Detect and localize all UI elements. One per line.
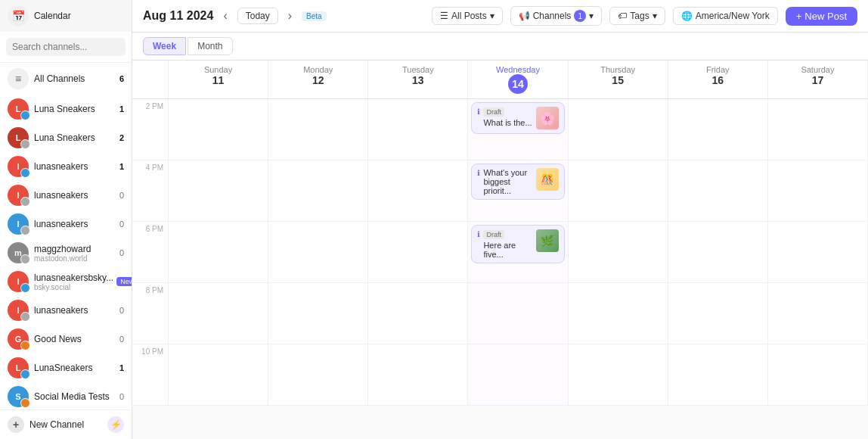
day-cell-monday[interactable]: [268, 222, 368, 282]
avatar: l: [8, 156, 29, 177]
day-cell-sunday[interactable]: [169, 222, 268, 282]
list-item[interactable]: S Social Media Tests 0: [0, 382, 132, 409]
new-channel-item[interactable]: + New Channel ⚡: [0, 409, 132, 439]
all-channels-label: All Channels: [34, 73, 113, 84]
day-cell-thursday[interactable]: [569, 160, 668, 221]
channels-filter[interactable]: 📢 Channels 1 ▾: [510, 6, 603, 26]
day-cell-saturday[interactable]: [768, 160, 868, 221]
list-item[interactable]: m maggzhoward mastodon.world 0: [0, 238, 132, 267]
day-header-sunday: Sunday 11: [169, 61, 268, 98]
list-item[interactable]: l lunasneakers 1: [0, 152, 132, 181]
event-thumbnail: 🎊: [536, 168, 559, 191]
event-card[interactable]: ℹ Draft Here are five... 🌿: [471, 225, 564, 263]
next-button[interactable]: ›: [284, 8, 296, 24]
channel-sub: bsky.social: [34, 283, 113, 291]
list-item[interactable]: L Luna Sneakers 1: [0, 95, 132, 123]
tag-icon: 🏷: [618, 11, 627, 21]
event-thumbnail: 🌿: [536, 229, 559, 252]
list-item[interactable]: l lunasneakers 0: [0, 296, 132, 325]
channel-info: lunasneakers: [34, 161, 113, 172]
day-cell-wednesday[interactable]: ℹ Draft What is the... 🌸: [468, 99, 568, 160]
new-channel-label: New Channel: [29, 419, 84, 430]
list-item[interactable]: l lunasneakers 0: [0, 181, 132, 210]
day-cell-monday[interactable]: [268, 283, 368, 344]
day-header-tuesday: Tuesday 13: [368, 61, 468, 98]
channel-name: maggzhoward: [34, 244, 113, 254]
week-view-button[interactable]: Week: [143, 37, 186, 55]
day-cell-friday[interactable]: [668, 344, 768, 405]
event-body: Draft What is the...: [483, 107, 532, 127]
channel-name: lunasneakersbsky...: [34, 272, 113, 283]
event-text: What's your biggest priorit...: [483, 168, 532, 195]
day-cell-tuesday[interactable]: [368, 99, 468, 160]
badge: [20, 254, 30, 264]
day-cell-sunday[interactable]: [169, 283, 268, 344]
chevron-down-icon: ▾: [653, 11, 657, 21]
calendar-nav-item[interactable]: 📅 Calendar: [0, 0, 132, 32]
day-cell-tuesday[interactable]: [368, 283, 468, 344]
day-cell-tuesday[interactable]: [368, 160, 468, 221]
channel-name: lunasneakers: [34, 219, 113, 229]
avatar: L: [8, 127, 29, 148]
day-cell-wednesday[interactable]: ℹ Draft Here are five... 🌿: [468, 222, 568, 282]
search-input[interactable]: [6, 38, 126, 56]
day-cell-saturday[interactable]: [768, 222, 868, 282]
list-item[interactable]: l lunasneakers 0: [0, 210, 132, 238]
view-toggle: Week Month: [132, 33, 868, 61]
day-cell-saturday[interactable]: [768, 344, 868, 405]
calendar-grid: Sunday 11 Monday 12 Tuesday 13 Wednesday…: [132, 61, 868, 439]
day-cell-wednesday[interactable]: [468, 344, 568, 405]
timezone-filter[interactable]: 🌐 America/New York: [673, 7, 778, 25]
all-posts-icon: ☰: [440, 11, 448, 21]
time-label: 10 PM: [132, 344, 169, 405]
day-cell-thursday[interactable]: [569, 222, 668, 282]
day-cell-sunday[interactable]: [169, 344, 268, 405]
today-button[interactable]: Today: [237, 8, 278, 24]
search-container: [0, 32, 132, 63]
list-item[interactable]: G Good News 0: [0, 325, 132, 353]
day-cell-thursday[interactable]: [569, 99, 668, 160]
event-card[interactable]: ℹ What's your biggest priorit... 🎊: [471, 163, 564, 200]
badge: [20, 283, 30, 293]
day-cell-wednesday[interactable]: [468, 283, 568, 344]
channel-info: lunasneakers: [34, 190, 113, 201]
channel-list: L Luna Sneakers 1 L Luna Sneakers 2 l: [0, 95, 132, 409]
channels-count-badge: 1: [574, 10, 586, 22]
channel-count: 0: [113, 392, 124, 401]
month-view-button[interactable]: Month: [188, 37, 232, 55]
channel-info: LunaSneakers: [34, 363, 113, 373]
topbar-right: ☰ All Posts ▾ 📢 Channels 1 ▾ 🏷 Tags ▾ 🌐 …: [432, 6, 857, 26]
beta-badge: Beta: [302, 11, 327, 21]
day-cell-monday[interactable]: [268, 344, 368, 405]
day-cell-saturday[interactable]: [768, 283, 868, 344]
all-posts-filter[interactable]: ☰ All Posts ▾: [432, 7, 503, 25]
day-cell-sunday[interactable]: [169, 160, 268, 221]
day-cell-tuesday[interactable]: [368, 222, 468, 282]
time-label: 4 PM: [132, 160, 169, 221]
day-cell-thursday[interactable]: [569, 283, 668, 344]
day-cell-friday[interactable]: [668, 283, 768, 344]
new-post-button[interactable]: + New Post: [786, 7, 857, 26]
day-cell-monday[interactable]: [268, 99, 368, 160]
day-cell-friday[interactable]: [668, 160, 768, 221]
list-item[interactable]: L LunaSneakers 1: [0, 353, 132, 382]
all-channels-item[interactable]: ≡ All Channels 6: [0, 63, 132, 95]
list-item[interactable]: L Luna Sneakers 2: [0, 123, 132, 152]
tags-filter[interactable]: 🏷 Tags ▾: [609, 7, 665, 25]
event-card[interactable]: ℹ Draft What is the... 🌸: [471, 102, 564, 134]
day-cell-friday[interactable]: [668, 99, 768, 160]
day-cell-thursday[interactable]: [569, 344, 668, 405]
day-cell-tuesday[interactable]: [368, 344, 468, 405]
day-cell-saturday[interactable]: [768, 99, 868, 160]
all-channels-count: 6: [113, 74, 124, 83]
time-row-10pm: 10 PM: [132, 344, 868, 406]
list-item[interactable]: l lunasneakersbsky... bsky.social New: [0, 267, 132, 296]
prev-button[interactable]: ‹: [219, 8, 231, 24]
avatar: l: [8, 271, 29, 292]
day-cell-wednesday[interactable]: ℹ What's your biggest priorit... 🎊: [468, 160, 568, 221]
badge: [20, 341, 30, 350]
day-cell-friday[interactable]: [668, 222, 768, 282]
day-cell-monday[interactable]: [268, 160, 368, 221]
day-cell-sunday[interactable]: [169, 99, 268, 160]
badge: [20, 226, 30, 235]
